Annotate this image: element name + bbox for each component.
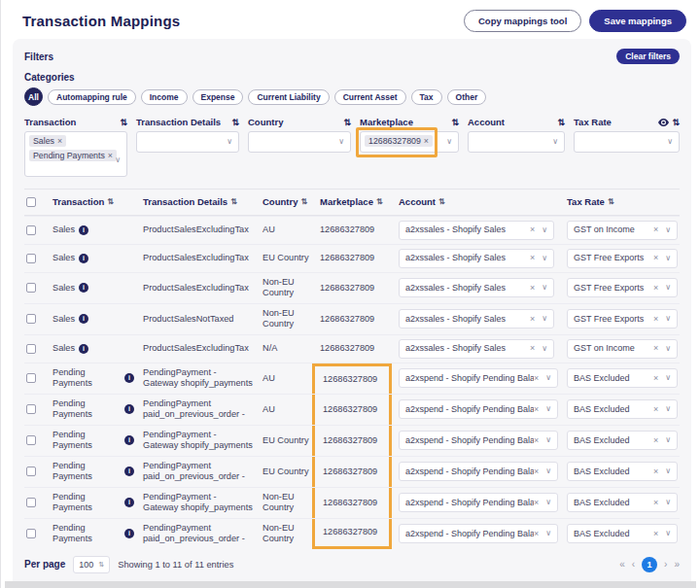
clear-icon[interactable]: × — [530, 225, 535, 235]
swap-icon[interactable]: ⇅ — [672, 118, 680, 127]
tax-rate-select[interactable]: BAS Excluded×∨ — [567, 399, 678, 419]
row-checkbox[interactable] — [26, 435, 36, 445]
sort-icon[interactable]: ⇅ — [107, 197, 114, 207]
clear-icon[interactable]: × — [653, 225, 658, 235]
chevron-down-icon[interactable]: ∨ — [665, 283, 671, 293]
clear-icon[interactable]: × — [653, 498, 658, 508]
account-select[interactable]: a2xssales - Shopify Sales×∨ — [399, 249, 554, 268]
clear-icon[interactable]: × — [534, 467, 539, 477]
clear-icon[interactable]: × — [653, 529, 658, 539]
info-icon[interactable]: i — [124, 435, 134, 445]
tax-rate-filter-select[interactable]: ∨ — [574, 131, 680, 153]
next-page-button[interactable]: › — [664, 559, 667, 570]
category-pill-automapping-rule[interactable]: Automapping rule — [48, 89, 136, 105]
filter-tag-pending-payments[interactable]: Pending Payments× — [29, 150, 117, 161]
account-select[interactable]: a2xssales - Shopify Sales×∨ — [399, 339, 554, 359]
sort-icon[interactable]: ⇅ — [376, 197, 383, 207]
info-icon[interactable]: i — [124, 529, 134, 538]
transaction-filter-select[interactable]: Sales× Pending Payments× ∨ — [24, 131, 127, 177]
chevron-down-icon[interactable]: ∨ — [542, 254, 547, 263]
info-icon[interactable]: i — [79, 225, 88, 235]
chevron-down-icon[interactable]: ∨ — [542, 344, 547, 354]
row-checkbox[interactable] — [26, 344, 36, 354]
chevron-down-icon[interactable]: ∨ — [665, 404, 671, 414]
sort-icon[interactable]: ⇅ — [230, 197, 237, 207]
category-pill-income[interactable]: Income — [141, 89, 188, 105]
account-select[interactable]: a2xssales - Shopify Sales×∨ — [399, 309, 554, 329]
current-page-button[interactable]: 1 — [642, 557, 657, 572]
chevron-down-icon[interactable]: ∨ — [665, 529, 671, 538]
swap-icon[interactable]: ⇅ — [343, 118, 351, 127]
eye-icon[interactable] — [658, 119, 669, 126]
stepper-icon[interactable]: ⇅ — [98, 561, 104, 569]
category-pill-current-asset[interactable]: Current Asset — [334, 89, 406, 105]
info-icon[interactable]: i — [79, 344, 88, 354]
chevron-down-icon[interactable]: ∨ — [115, 156, 121, 164]
chevron-down-icon[interactable]: ∨ — [552, 137, 558, 146]
chevron-down-icon[interactable]: ∨ — [542, 225, 547, 235]
clear-icon[interactable]: × — [534, 529, 539, 539]
account-select[interactable]: a2xspend - Shopify Pending Balances×∨ — [399, 524, 558, 543]
account-select[interactable]: a2xspend - Shopify Pending Balances×∨ — [399, 493, 558, 512]
sort-icon[interactable]: ⇅ — [300, 197, 307, 207]
chevron-down-icon[interactable]: ∨ — [665, 498, 671, 507]
chevron-down-icon[interactable]: ∨ — [227, 137, 232, 146]
clear-icon[interactable]: × — [653, 343, 658, 354]
info-icon[interactable]: i — [124, 498, 134, 507]
clear-icon[interactable]: × — [534, 373, 539, 384]
row-checkbox[interactable] — [26, 373, 36, 383]
row-checkbox[interactable] — [26, 498, 36, 507]
clear-icon[interactable]: × — [534, 404, 539, 415]
chevron-down-icon[interactable]: ∨ — [545, 373, 551, 383]
chevron-down-icon[interactable]: ∨ — [667, 137, 673, 146]
chevron-down-icon[interactable]: ∨ — [545, 498, 551, 507]
row-checkbox[interactable] — [26, 529, 36, 538]
account-select[interactable]: a2xssales - Shopify Sales×∨ — [399, 278, 554, 297]
chevron-down-icon[interactable]: ∨ — [665, 225, 671, 235]
tax-rate-select[interactable]: BAS Excluded×∨ — [567, 493, 678, 512]
chevron-down-icon[interactable]: ∨ — [665, 435, 671, 445]
chevron-down-icon[interactable]: ∨ — [665, 254, 671, 263]
chevron-down-icon[interactable]: ∨ — [665, 344, 671, 354]
tax-rate-select[interactable]: GST on Income×∨ — [567, 339, 678, 359]
info-icon[interactable]: i — [79, 254, 88, 263]
chevron-down-icon[interactable]: ∨ — [665, 314, 671, 324]
clear-icon[interactable]: × — [530, 343, 535, 354]
clear-icon[interactable]: × — [653, 404, 658, 415]
swap-icon[interactable]: ⇅ — [120, 118, 127, 127]
swap-icon[interactable]: ⇅ — [451, 118, 459, 127]
swap-icon[interactable]: ⇅ — [557, 118, 565, 127]
marketplace-filter-select[interactable]: 12686327809× ∨ — [360, 131, 459, 153]
save-mappings-button-top[interactable]: Save mappings — [589, 10, 686, 32]
clear-icon[interactable]: × — [653, 373, 658, 384]
per-page-select[interactable]: 100 ⇅ — [73, 556, 110, 573]
tax-rate-select[interactable]: GST Free Exports×∨ — [567, 309, 678, 329]
info-icon[interactable]: i — [124, 467, 134, 476]
close-icon[interactable]: × — [424, 136, 429, 146]
account-select[interactable]: a2xspend - Shopify Pending Balances×∨ — [399, 431, 558, 450]
tax-rate-select[interactable]: GST Free Exports×∨ — [567, 278, 678, 297]
info-icon[interactable]: i — [79, 314, 88, 324]
chevron-down-icon[interactable]: ∨ — [542, 283, 547, 293]
info-icon[interactable]: i — [124, 373, 134, 383]
filter-tag-marketplace[interactable]: 12686327809× — [365, 135, 433, 147]
clear-icon[interactable]: × — [653, 283, 658, 294]
account-select[interactable]: a2xspend - Shopify Pending Balances×∨ — [399, 368, 558, 388]
tax-rate-select[interactable]: BAS Excluded×∨ — [567, 462, 678, 481]
select-all-checkbox[interactable] — [26, 197, 36, 207]
category-pill-expense[interactable]: Expense — [192, 89, 244, 105]
clear-icon[interactable]: × — [530, 253, 535, 263]
row-checkbox[interactable] — [26, 283, 36, 293]
clear-icon[interactable]: × — [530, 314, 535, 325]
tax-rate-select[interactable]: BAS Excluded×∨ — [567, 431, 678, 450]
clear-icon[interactable]: × — [653, 253, 658, 263]
category-pill-tax[interactable]: Tax — [411, 89, 442, 105]
row-checkbox[interactable] — [26, 254, 36, 263]
transaction-details-filter-select[interactable]: ∨ — [136, 131, 239, 153]
chevron-down-icon[interactable]: ∨ — [545, 467, 551, 476]
close-icon[interactable]: × — [108, 151, 113, 160]
close-icon[interactable]: × — [57, 136, 62, 146]
chevron-down-icon[interactable]: ∨ — [338, 137, 344, 146]
account-select[interactable]: a2xssales - Shopify Sales×∨ — [399, 221, 554, 240]
row-checkbox[interactable] — [26, 314, 36, 324]
